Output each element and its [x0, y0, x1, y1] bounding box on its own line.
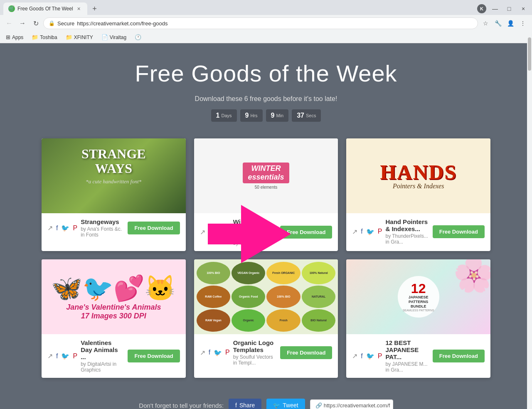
share-icon-valentines[interactable]: ↗ [47, 352, 53, 360]
bookmark-xfinity[interactable]: 📁 XFINITY [64, 33, 95, 41]
secure-text: Secure [57, 20, 74, 27]
download-button-organic[interactable]: Free Download [280, 346, 332, 359]
twitter-icon-japanese[interactable]: 🐦 [366, 352, 374, 360]
countdown-hrs: 9 Hrs [240, 109, 263, 122]
download-button-winter[interactable]: Free Download [280, 226, 332, 239]
secs-label: Secs [306, 113, 316, 118]
share-icon-winter[interactable]: ↗ [200, 228, 205, 236]
twitter-icon-hands[interactable]: 🐦 [366, 228, 374, 236]
products-grid: STRANGEWAYS *a cute handwritten font* ↗ … [42, 138, 490, 378]
product-details-japanese: 12 BEST JAPANESE PAT... by JAPANESE M...… [385, 339, 429, 373]
close-window-button[interactable]: × [518, 3, 529, 14]
organic-badge-6: Organic Food [232, 286, 265, 308]
share-icon-hands[interactable]: ↗ [352, 228, 357, 236]
japanese-sub-art: SEAMLESS PATTERNS [403, 309, 434, 312]
user-profile-button[interactable]: 👤 [505, 17, 516, 29]
pinterest-icon-japanese[interactable]: P [378, 352, 382, 360]
product-card-organic: 100% BIO VEGAN Organic Fresh ORGANIC 100… [194, 259, 338, 378]
new-tab-button[interactable]: + [89, 3, 101, 15]
pinterest-icon-strangeways[interactable]: P [73, 224, 77, 232]
toshiba-icon: 📁 [32, 34, 38, 40]
share-text: Don't forget to tell your friends: [139, 402, 224, 409]
maximize-button[interactable]: □ [504, 3, 515, 14]
share-icon-strangeways[interactable]: ↗ [47, 224, 53, 232]
download-button-japanese[interactable]: Free Download [433, 350, 485, 362]
secs-number: 37 [297, 112, 304, 119]
organic-badge-3: Fresh ORGANIC [266, 262, 300, 284]
bookmark-viraltag[interactable]: 📄 Viraltag [100, 33, 128, 41]
bookmark-history[interactable]: 🕐 [133, 33, 143, 41]
facebook-share-label: Share [239, 402, 255, 409]
product-author-winter: by Graphics... [233, 240, 277, 246]
share-footer: Don't forget to tell your friends: f Sha… [8, 399, 524, 409]
scrollbar[interactable] [527, 37, 532, 409]
share-icon-japanese[interactable]: ↗ [352, 352, 357, 360]
active-tab[interactable]: 🛒 Free Goods Of The Weel × [3, 2, 87, 15]
twitter-icon-winter[interactable]: 🐦 [214, 228, 222, 236]
download-button-valentines[interactable]: Free Download [128, 350, 180, 362]
countdown: 1 Days 9 Hrs 9 Min 37 Secs [211, 109, 321, 122]
winter-sub-art: 50 elements [255, 185, 277, 190]
organic-badge-5: RAW Coffee [197, 286, 230, 308]
title-bar: 🛒 Free Goods Of The Weel × + K — □ × [0, 0, 532, 15]
product-card-hands: HANDS Pointers & Indexes ↗ f 🐦 P Hand Po… [346, 138, 490, 251]
menu-button[interactable]: ⋮ [517, 17, 529, 29]
pinterest-icon-winter[interactable]: P [225, 229, 230, 236]
bookmark-toshiba[interactable]: 📁 Toshiba [30, 33, 59, 41]
twitter-icon-organic[interactable]: 🐦 [214, 349, 222, 357]
facebook-icon-valentines[interactable]: f [56, 352, 58, 360]
browser-chrome: 🛒 Free Goods Of The Weel × + K — □ × ← →… [0, 0, 532, 43]
footer-section: Don't forget to tell your friends: f Sha… [0, 390, 532, 409]
bookmark-star-button[interactable]: ☆ [480, 17, 491, 29]
product-info-valentines: ↗ f 🐦 P Valentines Day Animals ... by Di… [42, 334, 186, 378]
twitter-icon-strangeways[interactable]: 🐦 [61, 224, 69, 232]
refresh-button[interactable]: ↻ [30, 17, 42, 29]
scrollbar-thumb[interactable] [528, 37, 531, 71]
organic-badge-11: Fresh [266, 309, 300, 332]
organic-badge-2: VEGAN Organic [232, 262, 265, 284]
hrs-number: 9 [245, 112, 249, 119]
tab-title: Free Goods Of The Weel [17, 6, 73, 12]
minimize-button[interactable]: — [490, 3, 500, 14]
address-bar[interactable]: 🔒 Secure https://creativemarket.com/free… [43, 17, 478, 29]
facebook-share-icon: f [235, 402, 237, 409]
share-icon-organic[interactable]: ↗ [200, 349, 205, 357]
facebook-icon-hands[interactable]: f [361, 228, 362, 235]
forward-button[interactable]: → [17, 17, 28, 29]
product-details-hands: Hand Pointers & Indexes... by ThunderPix… [385, 218, 429, 245]
product-info-winter: ↗ f 🐦 P Winter essentials waterc... by G… [194, 213, 338, 251]
facebook-icon-japanese[interactable]: f [361, 352, 362, 360]
download-button-hands[interactable]: Free Download [433, 225, 485, 238]
organic-badge-7: 100% BIO [266, 286, 300, 308]
organic-badge-10: Organic [232, 309, 265, 332]
facebook-icon-winter[interactable]: f [209, 229, 210, 236]
japanese-badge-art: 12 JAPANESEPATTERNSBUNDLE SEAMLESS PATTE… [398, 276, 439, 318]
xfinity-icon: 📁 [66, 34, 72, 40]
hands-subtitle-art: Pointers & Indexes [393, 182, 444, 190]
extensions-button[interactable]: 🔧 [492, 17, 504, 29]
facebook-icon-strangeways[interactable]: f [56, 224, 58, 232]
product-image-valentines: 🦋🐦💕🐱 Jane's Valentine's Animals17 Images… [42, 259, 186, 334]
min-label: Min [276, 113, 283, 118]
facebook-share-button[interactable]: f Share [229, 399, 261, 409]
back-button[interactable]: ← [3, 17, 15, 29]
product-card-valentines: 🦋🐦💕🐱 Jane's Valentine's Animals17 Images… [42, 259, 186, 378]
tab-close-button[interactable]: × [76, 5, 82, 12]
pinterest-icon-hands[interactable]: P [378, 228, 382, 235]
strangeways-title-art: STRANGEWAYS [50, 147, 177, 176]
bookmark-apps-label: Apps [12, 34, 23, 40]
facebook-icon-organic[interactable]: f [209, 349, 210, 356]
pinterest-icon-valentines[interactable]: P [73, 352, 77, 360]
twitter-share-button[interactable]: 🐦 Tweet [266, 399, 305, 409]
winter-banner-art: WINTERessentials [243, 163, 289, 183]
countdown-secs: 37 Secs [292, 109, 321, 122]
twitter-icon-valentines[interactable]: 🐦 [61, 352, 69, 360]
download-button-strangeways[interactable]: Free Download [128, 222, 180, 234]
nav-actions: ☆ 🔧 👤 ⋮ [480, 17, 529, 29]
strangeways-subtitle-art: *a cute handwritten font* [50, 178, 177, 185]
pinterest-icon-organic[interactable]: P [225, 349, 230, 356]
organic-badge-12: BIO Natural [302, 309, 335, 332]
share-url-box[interactable]: 🔗 https://creativemarket.com/f [310, 399, 393, 409]
japanese-num-art: 12 [411, 282, 426, 295]
bookmark-apps[interactable]: ⊞ Apps [4, 33, 25, 41]
